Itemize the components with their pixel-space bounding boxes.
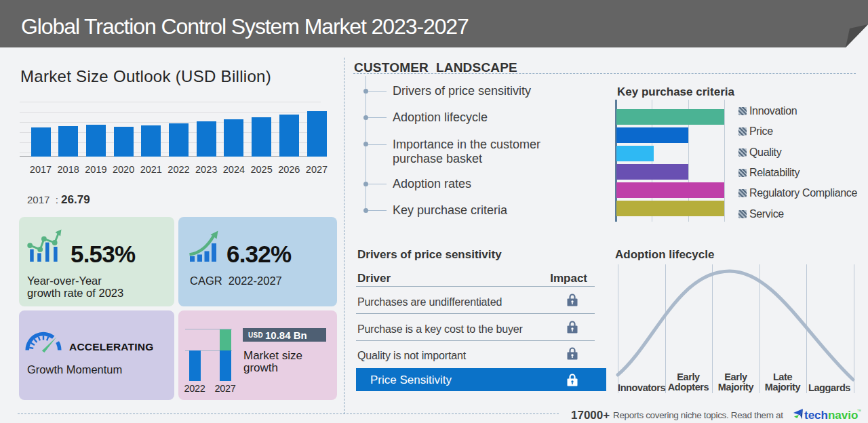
svg-text:technavio: technavio: [804, 409, 858, 422]
svg-text:TM: TM: [857, 409, 861, 412]
